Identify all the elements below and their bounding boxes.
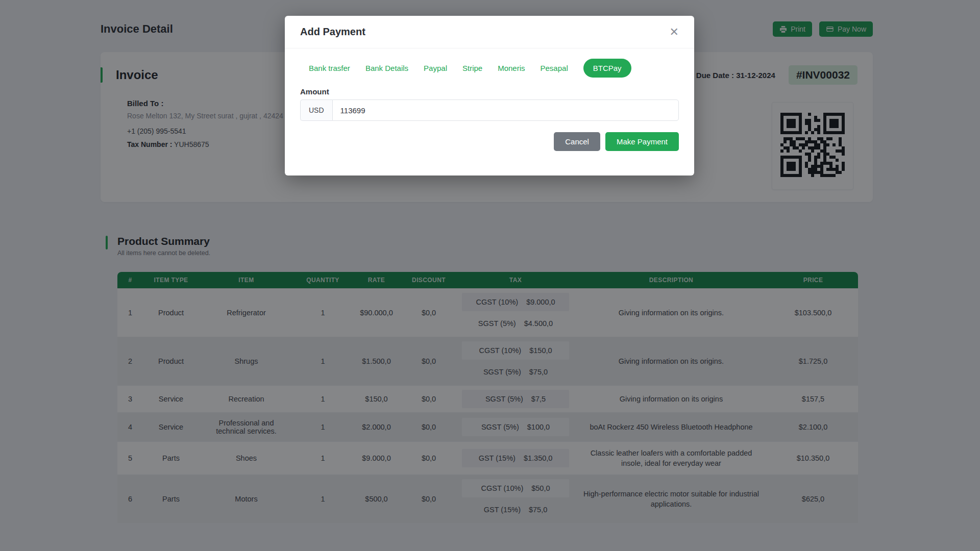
modal-header: Add Payment ✕: [285, 16, 694, 48]
payment-method-tabs: Bank trasferBank DetailsPaypalStripeMone…: [309, 59, 679, 78]
make-payment-button[interactable]: Make Payment: [605, 132, 679, 151]
amount-input[interactable]: [332, 99, 679, 121]
currency-prefix: USD: [300, 99, 332, 121]
amount-input-group: USD: [300, 99, 679, 121]
tab-stripe[interactable]: Stripe: [462, 64, 482, 72]
tab-btcpay[interactable]: BTCPay: [583, 59, 631, 78]
tab-paypal[interactable]: Paypal: [424, 64, 447, 72]
modal-title: Add Payment: [300, 26, 365, 38]
modal-actions: Cancel Make Payment: [300, 132, 679, 151]
tab-bank-trasfer[interactable]: Bank trasfer: [309, 64, 350, 72]
add-payment-modal: Add Payment ✕ Bank trasferBank DetailsPa…: [285, 16, 694, 176]
close-icon[interactable]: ✕: [670, 27, 679, 38]
amount-label: Amount: [300, 87, 679, 96]
tab-bank-details[interactable]: Bank Details: [365, 64, 408, 72]
cancel-button[interactable]: Cancel: [554, 132, 600, 151]
tab-moneris[interactable]: Moneris: [498, 64, 525, 72]
modal-body: Bank trasferBank DetailsPaypalStripeMone…: [285, 48, 694, 151]
tab-pesapal[interactable]: Pesapal: [541, 64, 568, 72]
